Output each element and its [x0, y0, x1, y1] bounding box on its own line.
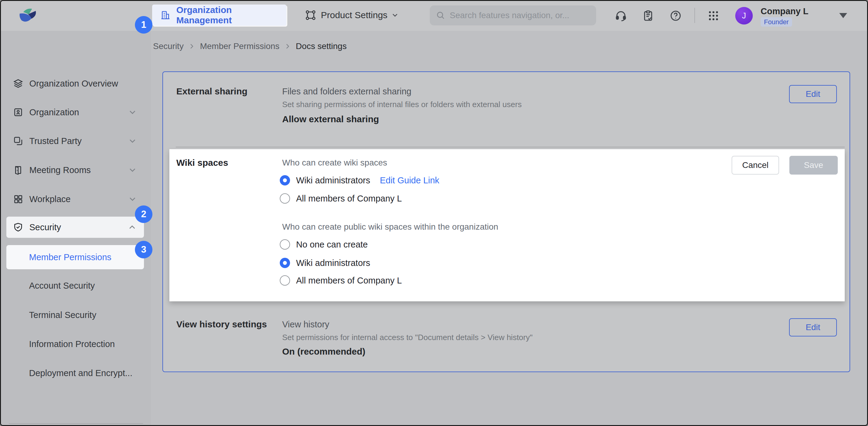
sidebar-item-meeting-rooms[interactable]: Meeting Rooms: [9, 159, 144, 181]
radio-unselected-icon: [280, 193, 290, 204]
sidebar-item-organization-overview[interactable]: Organization Overview: [9, 73, 144, 94]
global-search-input[interactable]: Search features navigation, or...: [430, 5, 596, 25]
building-icon: [160, 10, 171, 21]
product-settings-label: Product Settings: [321, 10, 388, 20]
tab-label: Organization Management: [176, 5, 286, 25]
chevron-up-icon: [128, 223, 136, 231]
tab-organization-management[interactable]: Organization Management: [152, 4, 286, 26]
breadcrumb-docs-settings: Docs settings: [296, 41, 347, 51]
door-icon: [13, 165, 23, 175]
sidebar-item-member-permissions[interactable]: Member Permissions: [6, 245, 144, 269]
topbar-divider: [694, 8, 695, 23]
breadcrumb-member-permissions[interactable]: Member Permissions: [200, 41, 279, 51]
radio-wiki-administrators-2[interactable]: Wiki administrators: [280, 258, 370, 268]
sidebar: Organization Overview Organization Trust…: [1, 31, 151, 426]
radio-wiki-administrators-1[interactable]: Wiki administrators Edit Guide Link: [280, 175, 439, 185]
view-history-edit-button[interactable]: Edit: [789, 318, 837, 336]
external-sharing-description: Set sharing permissions of internal file…: [282, 100, 522, 109]
admin-console-screen: Organization Management Product Settings: [0, 0, 868, 426]
annotation-badge-3: 3: [135, 241, 152, 258]
external-sharing-value: Allow external sharing: [282, 114, 379, 124]
radio-selected-icon: [280, 258, 290, 268]
overlap-squares-icon: [13, 136, 23, 146]
product-settings-menu[interactable]: Product Settings: [305, 5, 398, 25]
view-history-title: View history: [282, 320, 329, 330]
breadcrumb: Security Member Permissions Docs setting…: [153, 40, 347, 53]
sidebar-item-trusted-party[interactable]: Trusted Party: [9, 130, 144, 152]
release-notes-icon[interactable]: [642, 9, 655, 22]
sidebar-item-information-protection[interactable]: Information Protection: [9, 333, 144, 355]
sidebar-divider: [9, 423, 143, 424]
radio-all-members-1[interactable]: All members of Company L: [280, 193, 402, 204]
chevron-down-icon: [128, 108, 136, 116]
breadcrumb-security[interactable]: Security: [153, 41, 184, 51]
sidebar-item-organization[interactable]: Organization: [9, 102, 144, 123]
radio-selected-icon: [280, 175, 290, 185]
chevron-right-icon: [188, 43, 195, 50]
sidebar-item-security[interactable]: Security: [6, 217, 144, 238]
edit-guide-link[interactable]: Edit Guide Link: [380, 176, 439, 185]
layers-icon: [13, 79, 23, 89]
shield-check-icon: [13, 222, 23, 232]
wiki-question-1: Who can create wiki spaces: [282, 158, 387, 168]
sidebar-item-terminal-security[interactable]: Terminal Security: [9, 304, 144, 326]
account-dropdown-caret[interactable]: [839, 13, 847, 18]
sidebar-item-deployment-encryption[interactable]: Deployment and Encrypt...: [9, 362, 144, 384]
search-placeholder: Search features navigation, or...: [450, 10, 569, 20]
view-history-label: View history settings: [176, 319, 267, 330]
topbar: Organization Management Product Settings: [1, 1, 867, 31]
account-avatar[interactable]: J: [735, 7, 753, 25]
company-name: Company L: [761, 6, 808, 16]
app-logo-icon: [18, 7, 37, 25]
external-sharing-label: External sharing: [176, 86, 247, 96]
section-divider: [176, 147, 845, 147]
sidebar-item-account-security[interactable]: Account Security: [9, 275, 144, 296]
radio-unselected-icon: [280, 275, 290, 285]
view-history-description: Set permissions for internal access to "…: [282, 333, 533, 342]
chevron-down-icon: [128, 137, 136, 145]
cancel-button[interactable]: Cancel: [732, 156, 779, 175]
product-settings-icon: [305, 10, 316, 21]
grid-icon: [13, 194, 23, 204]
chevron-right-icon: [284, 43, 291, 50]
annotation-badge-1: 1: [135, 16, 152, 34]
radio-all-members-2[interactable]: All members of Company L: [280, 275, 402, 285]
app-grid-icon[interactable]: [707, 9, 720, 22]
chevron-down-icon: [392, 12, 398, 19]
save-button[interactable]: Save: [789, 156, 838, 175]
avatar-initial: J: [742, 11, 746, 21]
wiki-question-2: Who can create public wiki spaces within…: [282, 222, 498, 232]
support-headset-icon[interactable]: [614, 9, 627, 22]
radio-no-one-can-create[interactable]: No one can create: [280, 239, 368, 250]
external-sharing-title: Files and folders external sharing: [282, 87, 411, 96]
annotation-badge-2: 2: [135, 206, 152, 223]
wiki-spaces-label: Wiki spaces: [176, 158, 228, 168]
contact-card-icon: [13, 107, 23, 117]
chevron-down-icon: [128, 195, 136, 203]
help-icon[interactable]: [669, 9, 682, 22]
role-badge: Founder: [761, 17, 792, 27]
sidebar-item-workplace[interactable]: Workplace: [9, 188, 144, 210]
search-icon: [436, 10, 445, 20]
external-sharing-edit-button[interactable]: Edit: [789, 85, 837, 103]
radio-unselected-icon: [280, 239, 290, 250]
view-history-value: On (recommended): [282, 346, 365, 357]
chevron-down-icon: [128, 166, 136, 174]
